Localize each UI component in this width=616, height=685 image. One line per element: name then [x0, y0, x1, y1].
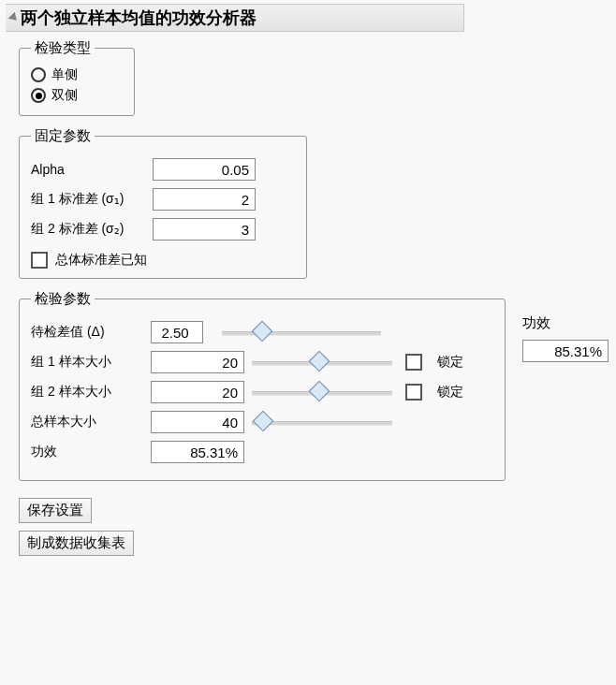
power-result-value: 85.31%	[522, 340, 609, 362]
ntotal-input[interactable]	[151, 411, 244, 433]
disclosure-triangle-icon[interactable]	[8, 12, 21, 24]
power-result-label: 功效	[522, 314, 609, 332]
sd1-input[interactable]	[153, 188, 256, 211]
power-result-panel: 功效 85.31%	[522, 314, 609, 362]
n2-label: 组 2 样本大小	[31, 384, 143, 401]
power-input[interactable]	[151, 441, 244, 463]
delta-label: 待检差值 (Δ)	[31, 324, 143, 341]
radio-one-sided[interactable]: 单侧	[31, 66, 123, 83]
sd2-input[interactable]	[153, 218, 256, 240]
n2-input[interactable]	[151, 381, 244, 403]
radio-label: 双侧	[51, 87, 78, 104]
test-type-legend: 检验类型	[31, 39, 95, 57]
test-type-group: 检验类型 单侧 双侧	[19, 39, 135, 116]
checkbox-icon	[31, 252, 48, 269]
radio-label: 单侧	[51, 66, 78, 83]
panel-title: 两个独立样本均值的功效分析器	[21, 7, 257, 29]
n1-lock-label: 锁定	[437, 354, 463, 371]
delta-input[interactable]	[151, 321, 203, 343]
known-sd-label: 总体标准差已知	[55, 252, 147, 269]
slider-thumb-icon[interactable]	[253, 411, 274, 432]
n2-lock-label: 锁定	[437, 384, 463, 401]
n1-label: 组 1 样本大小	[31, 354, 143, 371]
ntotal-label: 总样本大小	[31, 414, 143, 430]
alpha-label: Alpha	[31, 162, 153, 177]
slider-thumb-icon[interactable]	[309, 351, 330, 372]
n1-lock-checkbox[interactable]	[405, 354, 422, 371]
radio-two-sided[interactable]: 双侧	[31, 87, 123, 104]
power-label: 功效	[31, 444, 143, 460]
alpha-input[interactable]	[153, 158, 256, 181]
make-data-table-button[interactable]: 制成数据收集表	[19, 531, 134, 556]
slider-track	[222, 331, 381, 336]
delta-slider[interactable]	[222, 323, 381, 342]
save-settings-button[interactable]: 保存设置	[19, 498, 92, 523]
test-params-group: 检验参数 待检差值 (Δ) 组 1 样本大小	[19, 290, 506, 481]
known-sd-checkbox[interactable]: 总体标准差已知	[31, 252, 295, 269]
fixed-params-legend: 固定参数	[31, 127, 95, 145]
radio-icon	[31, 67, 46, 82]
n1-slider[interactable]	[252, 353, 392, 372]
fixed-params-group: 固定参数 Alpha 组 1 标准差 (σ₁) 组 2 标准差 (σ₂) 总体标…	[19, 127, 307, 279]
ntotal-slider[interactable]	[252, 413, 392, 431]
radio-icon	[31, 88, 46, 103]
sd1-label: 组 1 标准差 (σ₁)	[31, 191, 153, 208]
slider-thumb-icon[interactable]	[251, 321, 272, 342]
slider-thumb-icon[interactable]	[309, 381, 330, 402]
test-params-legend: 检验参数	[31, 290, 95, 308]
panel-header[interactable]: 两个独立样本均值的功效分析器	[6, 4, 464, 32]
n2-slider[interactable]	[252, 383, 392, 401]
sd2-label: 组 2 标准差 (σ₂)	[31, 221, 153, 238]
n2-lock-checkbox[interactable]	[405, 384, 422, 401]
n1-input[interactable]	[151, 351, 244, 373]
